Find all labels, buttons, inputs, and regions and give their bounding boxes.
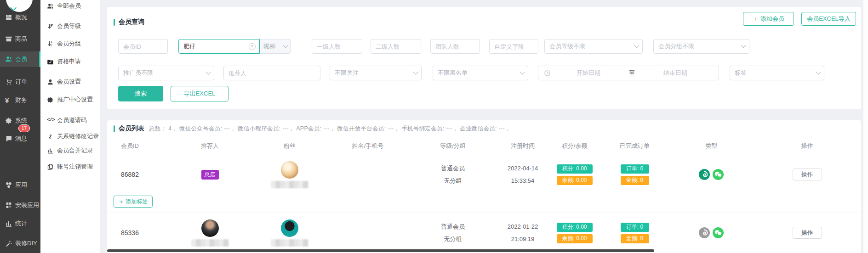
level-group-cell: 普通会员 无分组 — [409, 163, 497, 186]
sidebar-item-orders[interactable]: 订单 — [0, 74, 40, 90]
table-row: 85336 普通会员 无分组 2022-01-2 — [107, 213, 861, 253]
sidebar-item-apps[interactable]: 应用 — [0, 177, 40, 193]
chevron-down-icon — [741, 43, 746, 48]
add-tag-button[interactable]: ＋ 添加标签 — [114, 196, 153, 208]
members-icon — [5, 56, 12, 63]
search-button[interactable]: 搜索 — [118, 86, 163, 101]
message-icon — [5, 135, 12, 142]
stats-icon — [5, 220, 12, 227]
add-member-button[interactable]: ＋ 添加会员 — [743, 12, 794, 26]
sidebar-item-goods[interactable]: 商品 — [0, 31, 40, 47]
sidebar-item-overview[interactable]: 概况 — [0, 10, 40, 25]
horizontal-scrollbar-thumb[interactable] — [107, 249, 654, 252]
points-badge: 积分: 0.00 — [557, 223, 593, 232]
referrer-shop-badge: 总店 — [201, 170, 219, 180]
submenu-relation-log[interactable]: 关系链修改记录 — [40, 129, 100, 143]
col-completed-orders: 已完成订单 — [600, 142, 669, 150]
orders-badge: 订单: 0 — [621, 164, 649, 174]
col-member-id: 会员ID — [107, 142, 167, 150]
table-row: 86882 总店 普通会员 无分组 2022-04-14 15:33:54 — [107, 155, 861, 213]
row-action-button[interactable]: 操作 — [793, 169, 822, 180]
col-level-group: 等级/分组 — [409, 142, 497, 150]
member-type-cell — [669, 169, 753, 180]
submenu-member-level[interactable]: 会员等级 — [40, 19, 100, 33]
col-type: 类型 — [669, 142, 753, 150]
diy-icon — [5, 240, 12, 247]
row-action-button[interactable]: 操作 — [793, 227, 822, 239]
message-count-badge: 17 — [18, 124, 30, 132]
balance-badge: 余额: 0.00 — [557, 234, 593, 243]
register-date-range-picker[interactable]: 开始日期 至 结束日期 — [538, 66, 719, 80]
sidebar-item-members[interactable]: 会员 — [0, 51, 40, 67]
date-start-placeholder[interactable]: 开始日期 — [551, 69, 626, 77]
orders-amount-cell: 订单: 0 金额: 0 — [600, 164, 669, 185]
submenu-promotion-center[interactable]: 推广中心设置 — [40, 93, 100, 107]
overview-icon — [5, 14, 12, 21]
main-content: 会员查询 ＋ 添加会员 会员EXCEL导入 ✕ 昵称 — [100, 0, 868, 253]
col-register-time: 注册时间 — [497, 142, 549, 150]
folder-check-icon — [47, 58, 54, 65]
export-excel-button[interactable]: 导出EXCEL — [171, 86, 228, 101]
team-count-field[interactable] — [430, 39, 480, 54]
submenu-member-settings[interactable]: 会员设置 — [40, 75, 100, 89]
member-group-select[interactable]: 会员分组不限 — [653, 39, 749, 54]
submenu-account-cancel[interactable]: 账号注销管理 — [40, 160, 100, 174]
promoter-select[interactable]: 推广员不限 — [118, 66, 214, 80]
custom-field-field[interactable] — [489, 39, 538, 54]
submenu-member-group[interactable]: AZ 会员分组 — [40, 37, 100, 51]
tag-select[interactable]: 标签 — [730, 66, 824, 80]
blacklist-filter-select[interactable]: 不限黑名单 — [433, 66, 528, 80]
member-query-panel: 会员查询 ＋ 添加会员 会员EXCEL导入 ✕ 昵称 — [107, 7, 861, 109]
nickname-input[interactable]: ✕ — [178, 39, 260, 54]
apps-icon — [5, 181, 12, 189]
all-members-icon — [47, 3, 54, 10]
date-end-placeholder[interactable]: 结束日期 — [638, 69, 713, 77]
sidebar-item-messages[interactable]: 消息 17 — [0, 131, 40, 146]
vertical-scrollbar-track[interactable] — [863, 0, 868, 253]
wechat-icon — [713, 169, 724, 180]
goods-icon — [5, 35, 12, 43]
sidebar-item-diy[interactable]: 装修DIY — [0, 236, 40, 251]
level2-count-field[interactable] — [371, 39, 421, 54]
points-balance-cell: 积分: 0.00 余额: 0.00 — [549, 223, 600, 243]
referrer-avatar[interactable] — [201, 219, 219, 237]
amount-badge: 金额: 0 — [621, 176, 649, 185]
sidebar-item-install-apps[interactable]: 安装应用 — [0, 197, 40, 213]
referrer-field[interactable] — [223, 66, 320, 80]
orders-icon — [5, 78, 12, 85]
sidebar-item-statistics[interactable]: 统计 — [0, 216, 40, 231]
chevron-down-icon — [283, 43, 288, 48]
search-field-type-select[interactable]: 昵称 — [260, 39, 291, 54]
submenu-qualification[interactable]: 资格申请 — [40, 55, 100, 68]
member-excel-import-button[interactable]: 会员EXCEL导入 — [801, 12, 856, 26]
member-level-select[interactable]: 会员等级不限 — [544, 39, 643, 54]
register-time-cell: 2022-04-14 15:33:54 — [497, 163, 549, 186]
submenu-invite-code[interactable]: </> 会员邀请码 — [40, 113, 100, 127]
gear-icon — [47, 96, 54, 103]
orders-amount-cell: 订单: 0 金额: 0 — [600, 223, 669, 243]
level1-count-field[interactable] — [312, 39, 362, 54]
col-points-balance: 积分/余额 — [549, 142, 600, 150]
submenu-merge-record[interactable]: 会员合并记录 — [40, 144, 100, 157]
submenu-all-members[interactable]: 全部会员 — [40, 0, 100, 13]
sort-az-icon: AZ — [47, 40, 54, 47]
member-id-value: 86882 — [107, 171, 167, 178]
fan-avatar[interactable] — [281, 161, 298, 179]
query-panel-title: 会员查询 — [114, 18, 144, 26]
fan-avatar[interactable] — [281, 219, 298, 237]
title-accent-bar — [114, 125, 115, 132]
member-id-field[interactable] — [118, 39, 168, 54]
fan-cell — [253, 219, 326, 247]
sidebar-item-finance[interactable]: ¥ 财务 — [0, 92, 40, 108]
points-badge: 积分: 0.00 — [557, 164, 593, 174]
clear-input-icon[interactable]: ✕ — [249, 43, 256, 50]
chevron-down-icon — [634, 43, 639, 48]
copy-file-icon — [47, 163, 54, 170]
member-stats-text: 总数： 4， 微信公众号会员: ---， 微信小程序会员: ---， APP会员… — [149, 125, 511, 133]
blurred-referrer-name — [191, 239, 229, 247]
chevron-down-icon — [206, 69, 211, 74]
follow-filter-select[interactable]: 不限关注 — [330, 66, 422, 80]
system-icon — [5, 117, 12, 124]
chart-icon — [47, 147, 54, 154]
blurred-fan-name — [271, 181, 308, 188]
